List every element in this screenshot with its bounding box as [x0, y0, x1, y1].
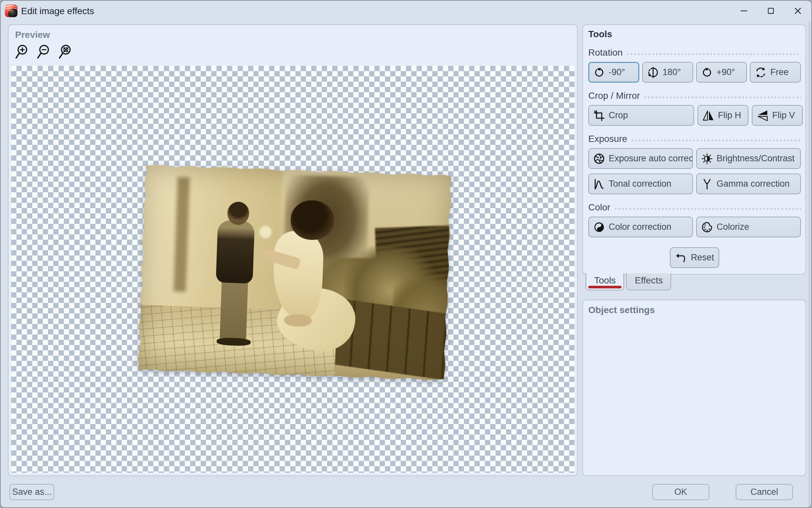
rotate-180-label: 180° [663, 67, 681, 77]
exposure-label: Exposure [588, 134, 627, 144]
rotate-180-button[interactable]: 180° [642, 62, 693, 83]
zoom-fit-button[interactable] [58, 43, 75, 61]
reset-button[interactable]: Reset [670, 247, 719, 268]
gamma-correction-button[interactable]: Gamma correction [696, 173, 801, 194]
preview-photo[interactable] [137, 163, 453, 382]
rotate-free-label: Free [770, 67, 789, 77]
undo-icon [675, 252, 688, 264]
crop-label: Crop [609, 110, 628, 121]
window-edge [808, 22, 811, 507]
rotate-free-icon [754, 66, 767, 79]
rotate-cw-button[interactable]: +90° [696, 62, 747, 83]
exposure-section-header: Exposure [588, 134, 801, 144]
crop-icon [593, 109, 605, 122]
exposure-auto-correction-button[interactable]: Exposure auto correction [588, 148, 693, 169]
rotation-label: Rotation [588, 47, 622, 58]
rotate-cw-icon [701, 66, 713, 79]
flip-vertical-icon [756, 109, 769, 122]
flip-horizontal-button[interactable]: Flip H [698, 105, 749, 126]
gamma-correction-label: Gamma correction [717, 179, 790, 189]
maximize-icon [767, 7, 775, 15]
zoom-in-button[interactable] [14, 43, 31, 61]
tonal-correction-label: Tonal correction [609, 179, 671, 189]
tools-effects-tabs: Tools Effects [586, 273, 671, 290]
brightness-contrast-button[interactable]: Brightness/Contrast [696, 148, 801, 169]
preview-canvas[interactable] [11, 66, 574, 473]
tools-title: Tools [588, 29, 801, 40]
brightness-contrast-icon [701, 153, 713, 165]
flip-horizontal-label: Flip H [718, 110, 741, 121]
flip-vertical-label: Flip V [772, 110, 795, 121]
dotted-divider [627, 53, 801, 55]
colorize-button[interactable]: Colorize [696, 217, 801, 238]
maximize-button[interactable] [757, 1, 784, 21]
rotate-ccw-button[interactable]: -90° [588, 62, 639, 83]
color-label: Color [588, 202, 610, 213]
close-icon [794, 7, 802, 15]
preview-title: Preview [15, 30, 50, 40]
object-settings-title: Object settings [588, 305, 800, 315]
tonal-correction-button[interactable]: Tonal correction [588, 173, 693, 194]
color-button-row: Color correction Colorize [588, 217, 801, 238]
minimize-icon [740, 7, 748, 15]
save-as-label: Save as... [12, 487, 52, 497]
crop-button[interactable]: Crop [588, 105, 694, 126]
app-icon [5, 5, 17, 17]
zoom-in-icon [14, 43, 31, 61]
flip-horizontal-icon [702, 109, 715, 122]
tab-effects[interactable]: Effects [626, 273, 671, 290]
palette-icon [701, 221, 713, 234]
rotate-180-icon [647, 66, 659, 79]
reset-row: Reset [588, 247, 801, 268]
photo-image [137, 163, 453, 382]
dotted-divider [644, 96, 801, 98]
dotted-divider [632, 139, 801, 141]
rotation-button-row: -90° 180° +90° [588, 62, 801, 83]
color-correction-button[interactable]: Color correction [588, 217, 693, 238]
tab-tools-label: Tools [594, 275, 616, 286]
crop-mirror-section-header: Crop / Mirror [588, 90, 801, 101]
brightness-contrast-label: Brightness/Contrast [717, 154, 795, 164]
color-correction-label: Color correction [609, 222, 671, 232]
window-title: Edit image effects [21, 6, 94, 16]
exposure-auto-correction-label: Exposure auto correction [609, 154, 693, 164]
titlebar: Edit image effects [1, 1, 811, 21]
tab-effects-label: Effects [635, 275, 663, 286]
colorize-label: Colorize [717, 222, 749, 232]
exposure-button-row-2: Tonal correction Gamma correction [588, 173, 801, 194]
window-controls [730, 1, 811, 21]
reset-label: Reset [691, 253, 714, 263]
histogram-icon [593, 178, 605, 190]
color-section-header: Color [588, 202, 801, 213]
close-button[interactable] [784, 1, 811, 21]
save-as-button[interactable]: Save as... [9, 484, 54, 500]
crop-mirror-button-row: Crop Flip H Flip V [588, 105, 801, 126]
photo-vignette [137, 163, 453, 382]
flip-vertical-button[interactable]: Flip V [752, 105, 803, 126]
rotate-free-button[interactable]: Free [750, 62, 801, 83]
cancel-button[interactable]: Cancel [736, 484, 793, 500]
edit-image-effects-dialog: Edit image effects Preview [0, 0, 812, 508]
minimize-button[interactable] [730, 1, 757, 21]
zoom-out-button[interactable] [36, 43, 53, 61]
preview-zoom-toolbar [14, 43, 75, 61]
exposure-button-row-1: Exposure auto correction Brightness/Cont… [588, 148, 801, 169]
crop-mirror-label: Crop / Mirror [588, 90, 640, 101]
tools-panel: Tools Rotation -90° [582, 25, 806, 274]
preview-panel: Preview [8, 25, 578, 476]
aperture-icon [593, 153, 605, 165]
rotate-cw-label: +90° [717, 67, 735, 77]
color-balance-icon [593, 221, 605, 234]
ok-label: OK [674, 487, 687, 497]
active-tab-indicator [588, 286, 621, 288]
zoom-fit-icon [58, 43, 75, 61]
zoom-out-icon [36, 43, 53, 61]
cancel-label: Cancel [751, 487, 778, 497]
object-settings-panel: Object settings [582, 300, 806, 476]
tab-tools[interactable]: Tools [586, 273, 624, 290]
rotate-ccw-icon [593, 66, 605, 79]
ok-button[interactable]: OK [652, 484, 709, 500]
rotate-ccw-label: -90° [609, 67, 625, 77]
dotted-divider [615, 208, 801, 210]
rotation-section-header: Rotation [588, 47, 801, 58]
